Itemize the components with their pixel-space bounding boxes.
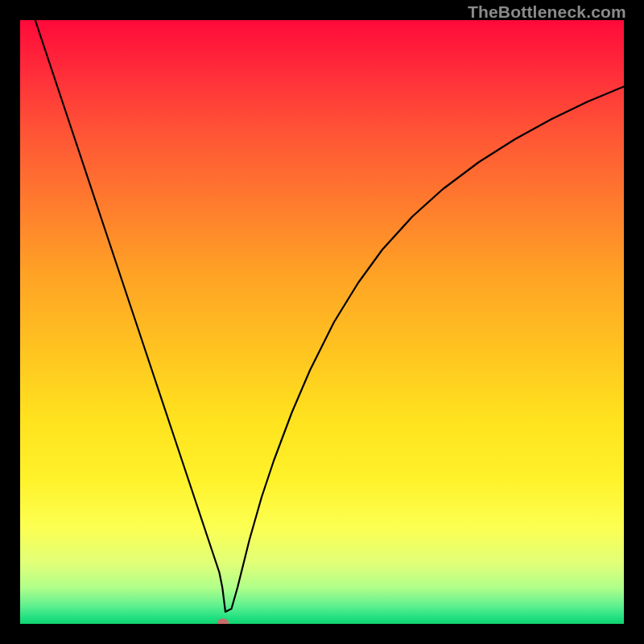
plot-area [20,20,624,624]
chart-frame: TheBottleneck.com [0,0,644,644]
minimum-marker [217,619,229,625]
curve-line [20,20,624,612]
attribution-text: TheBottleneck.com [468,2,626,22]
bottleneck-curve [20,20,624,624]
